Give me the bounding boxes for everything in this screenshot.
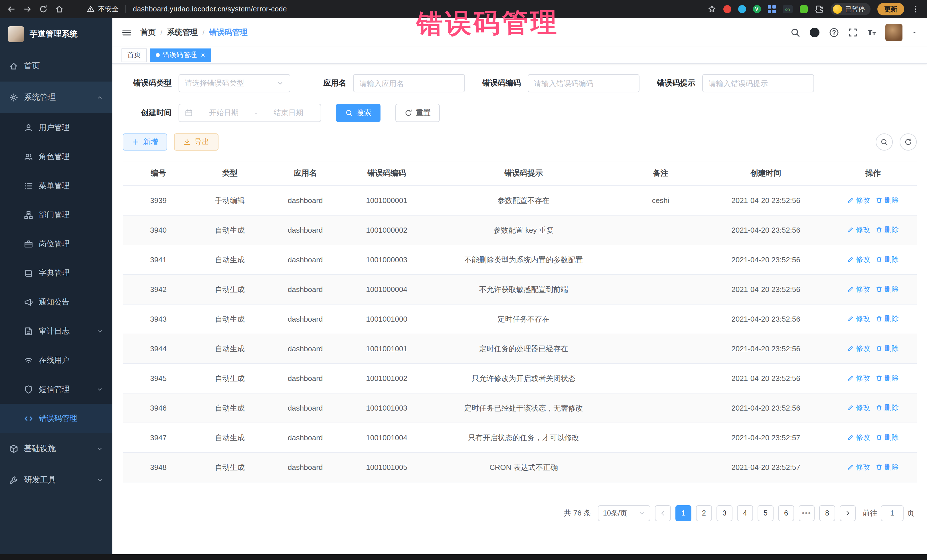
extension-dark-icon[interactable]: on (783, 5, 793, 13)
edit-link[interactable]: 修改 (847, 255, 870, 265)
header-search-icon[interactable] (790, 27, 800, 38)
page-button-2[interactable]: 2 (696, 505, 712, 521)
start-date-placeholder: 开始日期 (198, 108, 251, 118)
sidebar-item-error-code[interactable]: 错误码管理 (0, 404, 112, 433)
extension-red-icon[interactable] (723, 5, 731, 13)
page-more-button[interactable]: ••• (799, 505, 815, 521)
vue-devtools-icon[interactable]: V (753, 5, 761, 13)
sidebar-item-post[interactable]: 岗位管理 (0, 229, 112, 258)
sidebar-item-home[interactable]: 首页 (0, 50, 112, 82)
delete-link[interactable]: 删除 (876, 225, 899, 235)
sidebar-item-infra[interactable]: 基础设施 (0, 433, 112, 464)
breadcrumb-system[interactable]: 系统管理 (167, 27, 198, 38)
browser-back-icon[interactable] (7, 5, 16, 14)
sidebar-item-label: 岗位管理 (39, 239, 70, 249)
delete-link[interactable]: 删除 (876, 255, 899, 265)
sidebar-item-role[interactable]: 角色管理 (0, 142, 112, 171)
search-button[interactable]: 搜索 (336, 104, 380, 122)
error-type-select[interactable]: 请选择错误码类型 (179, 74, 290, 93)
delete-link[interactable]: 删除 (876, 196, 899, 205)
export-button[interactable]: 导出 (174, 134, 219, 150)
extensions-puzzle-icon[interactable] (815, 5, 824, 14)
update-button[interactable]: 更新 (877, 3, 904, 15)
cell-message: 不允许获取敏感配置到前端 (429, 275, 619, 304)
sidebar-item-notice[interactable]: 通知公告 (0, 287, 112, 317)
page-button-6[interactable]: 6 (778, 505, 794, 521)
table-row: 3948自动生成dashboard1001001005CRON 表达式不正确20… (123, 452, 917, 482)
cell-app: dashboard (266, 275, 345, 304)
edit-pencil-icon (847, 464, 854, 471)
breadcrumb-home[interactable]: 首页 (140, 27, 156, 38)
avatar-caret-icon[interactable] (911, 29, 918, 36)
goto-page-input[interactable] (881, 505, 904, 521)
delete-link[interactable]: 删除 (876, 403, 899, 413)
delete-link[interactable]: 删除 (876, 344, 899, 354)
page-button-3[interactable]: 3 (716, 505, 732, 521)
delete-link[interactable]: 删除 (876, 285, 899, 294)
browser-menu-icon[interactable] (911, 5, 920, 14)
cell-message: 参数配置不存在 (429, 186, 619, 215)
extension-grid-icon[interactable] (767, 5, 775, 13)
sidebar-item-label: 错误码管理 (39, 413, 77, 423)
page-button-4[interactable]: 4 (737, 505, 753, 521)
edit-pencil-icon (847, 197, 854, 204)
edit-link[interactable]: 修改 (847, 196, 870, 205)
edit-link[interactable]: 修改 (847, 403, 870, 413)
tab-home[interactable]: 首页 (122, 48, 147, 62)
sidebar-item-audit-log[interactable]: 审计日志 (0, 317, 112, 346)
cell-time: 2021-04-20 23:52:57 (702, 452, 829, 482)
user-avatar[interactable] (885, 24, 903, 41)
prev-page-button[interactable] (655, 505, 671, 521)
profile-chip[interactable]: 已暂停 (830, 3, 871, 15)
sidebar-item-online-user[interactable]: 在线用户 (0, 346, 112, 375)
edit-link[interactable]: 修改 (847, 225, 870, 235)
sidebar-item-user[interactable]: 用户管理 (0, 113, 112, 142)
browser-forward-icon[interactable] (23, 5, 32, 14)
edit-link[interactable]: 修改 (847, 463, 870, 472)
edit-link[interactable]: 修改 (847, 373, 870, 383)
page-size-select[interactable]: 10条/页 (598, 505, 650, 521)
delete-link[interactable]: 删除 (876, 373, 899, 383)
security-indicator[interactable]: 不安全 (87, 4, 119, 14)
tab-error-code[interactable]: 错误码管理 × (150, 48, 211, 62)
address-url[interactable]: dashboard.yudao.iocoder.cn/system/error-… (133, 5, 287, 13)
next-page-button[interactable] (840, 505, 856, 521)
font-size-icon[interactable] (866, 27, 877, 38)
edit-link[interactable]: 修改 (847, 433, 870, 443)
delete-link[interactable]: 删除 (876, 433, 899, 443)
sidebar-item-sms[interactable]: 短信管理 (0, 375, 112, 404)
app-name-input[interactable] (353, 74, 465, 93)
github-icon[interactable] (809, 27, 820, 38)
extension-green-icon[interactable] (799, 5, 807, 13)
fullscreen-icon[interactable] (848, 27, 858, 38)
collapse-sidebar-icon[interactable] (122, 27, 132, 38)
error-code-input[interactable] (528, 74, 640, 93)
extension-teal-icon[interactable] (738, 5, 746, 13)
error-hint-input[interactable] (702, 74, 814, 93)
tags-view-bar: 首页 错误码管理 × (112, 47, 927, 64)
create-time-range-picker[interactable]: 开始日期 - 结束日期 (179, 104, 321, 122)
page-button-8[interactable]: 8 (819, 505, 835, 521)
delete-link[interactable]: 删除 (876, 314, 899, 324)
toggle-search-button[interactable] (876, 134, 893, 150)
add-button[interactable]: 新增 (123, 134, 167, 150)
bookmark-star-icon[interactable] (707, 5, 716, 14)
delete-link[interactable]: 删除 (876, 463, 899, 472)
sidebar-item-dev-tool[interactable]: 研发工具 (0, 464, 112, 496)
close-tab-icon[interactable]: × (201, 51, 205, 59)
edit-link[interactable]: 修改 (847, 344, 870, 354)
sidebar-item-menu[interactable]: 菜单管理 (0, 171, 112, 200)
edit-link[interactable]: 修改 (847, 314, 870, 324)
refresh-table-button[interactable] (900, 134, 917, 150)
edit-link[interactable]: 修改 (847, 285, 870, 294)
browser-reload-icon[interactable] (39, 5, 48, 14)
reset-button[interactable]: 重置 (395, 104, 440, 122)
sidebar-item-dict[interactable]: 字典管理 (0, 258, 112, 287)
app-logo[interactable]: 芋道管理系统 (0, 18, 112, 50)
sidebar-item-dept[interactable]: 部门管理 (0, 200, 112, 229)
browser-home-icon[interactable] (55, 5, 64, 14)
sidebar-item-system[interactable]: 系统管理 (0, 82, 112, 113)
page-button-1[interactable]: 1 (675, 505, 691, 521)
page-button-5[interactable]: 5 (758, 505, 774, 521)
docs-help-icon[interactable] (829, 27, 839, 38)
